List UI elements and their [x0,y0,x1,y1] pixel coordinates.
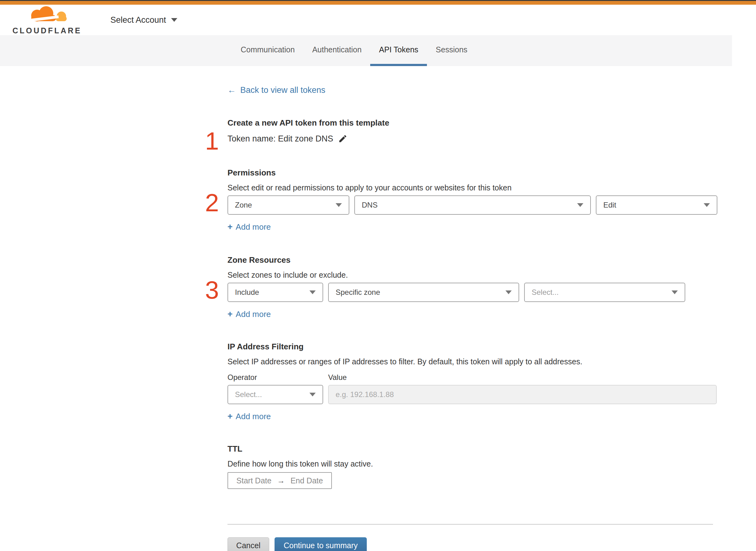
tab-bar: Communication Authentication API Tokens … [0,35,732,66]
plus-icon: + [227,221,232,232]
step-number-2: 2 [205,190,219,215]
value-label: Value [328,373,347,382]
permission-scope-select[interactable]: Zone [227,195,349,215]
dropdown-caret-icon [309,291,316,294]
logo-wordmark: CLOUDFLARE [12,26,82,35]
tab-api-tokens[interactable]: API Tokens [370,35,427,66]
permissions-add-more-link[interactable]: + Add more [227,221,271,232]
ip-value-input[interactable] [328,385,717,404]
step-number-1: 1 [205,129,219,154]
cancel-button[interactable]: Cancel [227,537,269,551]
ip-filtering-description: Select IP addresses or ranges of IP addr… [227,356,718,368]
section-ttl: TTL Define how long this token will stay… [227,443,718,489]
plus-icon: + [227,309,232,320]
dropdown-caret-icon [335,203,342,207]
top-orange-strip [0,1,756,5]
back-link-label: Back to view all tokens [240,85,325,95]
zone-picker-select[interactable]: Select... [524,283,685,302]
zone-type-select[interactable]: Specific zone [328,283,519,302]
ip-operator-select[interactable]: Select... [227,385,323,404]
dropdown-caret-icon [704,203,710,207]
section-ip-filtering: IP Address Filtering Select IP addresses… [227,341,718,422]
token-name-text: Token name: Edit zone DNS [227,132,333,145]
cloudflare-cloud-icon [24,5,70,26]
back-arrow-icon: ← [227,85,236,95]
dropdown-caret-icon [672,291,678,294]
permission-resource-select[interactable]: DNS [354,195,591,215]
zone-resources-heading: Zone Resources [227,254,718,266]
app-root: { "colors": { "top_bar_orange": "#e0862b… [0,0,756,551]
end-date-placeholder: End Date [290,476,323,485]
zone-operator-select[interactable]: Include [227,283,323,302]
dropdown-caret-icon [506,291,512,294]
permission-access-select[interactable]: Edit [596,195,717,215]
account-selector-label: Select Account [110,15,166,25]
create-token-heading: Create a new API token from this templat… [227,117,718,129]
permissions-heading: Permissions [227,167,718,178]
step-number-3: 3 [205,278,219,303]
operator-label: Operator [227,373,328,382]
account-selector[interactable]: Select Account [110,15,177,25]
cloudflare-logo[interactable]: CLOUDFLARE [12,5,82,35]
dropdown-caret-icon [309,393,316,397]
ttl-description: Define how long this token will stay act… [227,458,718,470]
header: CLOUDFLARE Select Account [0,5,756,35]
tab-sessions[interactable]: Sessions [427,35,476,66]
ttl-date-range-picker[interactable]: Start Date → End Date [227,472,332,489]
ttl-heading: TTL [227,443,718,455]
section-zone-resources: Zone Resources Select zones to include o… [227,254,718,320]
back-to-tokens-link[interactable]: ← Back to view all tokens [227,85,325,95]
zone-resources-add-more-link[interactable]: + Add more [227,309,271,320]
edit-pencil-icon[interactable] [338,134,347,143]
continue-to-summary-button[interactable]: Continue to summary [274,537,367,551]
permissions-description: Select edit or read permissions to apply… [227,182,718,193]
main-content: ← Back to view all tokens Create a new A… [227,66,718,551]
plus-icon: + [227,411,232,422]
tab-authentication[interactable]: Authentication [303,35,370,66]
footer-divider [227,524,713,525]
dropdown-caret-icon [577,203,583,207]
tab-communication[interactable]: Communication [232,35,303,66]
arrow-right-icon: → [277,476,285,485]
footer-actions: Cancel Continue to summary [227,537,718,551]
ip-filtering-heading: IP Address Filtering [227,341,718,353]
section-permissions: Permissions Select edit or read permissi… [227,167,718,232]
chevron-down-icon [171,18,177,22]
ip-filtering-add-more-link[interactable]: + Add more [227,411,271,422]
start-date-placeholder: Start Date [236,476,272,485]
section-token-name: Create a new API token from this templat… [227,117,718,145]
zone-resources-description: Select zones to include or exclude. [227,269,718,281]
